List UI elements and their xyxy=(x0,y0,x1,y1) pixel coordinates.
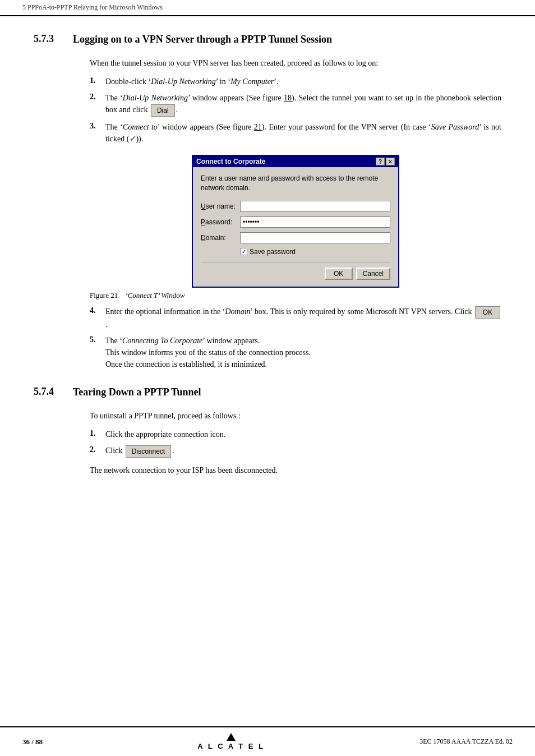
step-574-1-num: 1. xyxy=(90,428,105,438)
section-574-body: To uninstall a PPTP tunnel, proceed as f… xyxy=(90,410,501,476)
section-574-heading: 5.7.4 Tearing Down a PPTP Tunnel xyxy=(34,386,501,399)
step-574-2-content: Click Disconnect. xyxy=(105,445,501,458)
dialog-description: Enter a user name and password with acce… xyxy=(201,174,390,193)
dialog-cancel-button[interactable]: Cancel xyxy=(356,268,390,280)
alcatel-logo-text: A L C A T E L xyxy=(197,742,265,750)
step-3-content: The ‘Connect to’ window appears (See fig… xyxy=(105,121,501,145)
domain-row: Domain: xyxy=(201,232,390,243)
username-input[interactable] xyxy=(240,201,390,212)
dial-button[interactable]: Dial xyxy=(151,104,175,117)
password-label: Password: xyxy=(201,218,240,226)
list-item-2: 2. The ‘Dial-Up Networking’ window appea… xyxy=(90,92,501,117)
dialog-title: Connect to Corporate xyxy=(196,158,265,165)
steps-1-3: 1. Double-click ‘Dial-Up Networking’ in … xyxy=(90,76,501,145)
save-password-checkbox[interactable]: ✓ xyxy=(240,248,247,255)
footer: 36 / 88 A L C A T E L 3EC 17058 AAAA TCZ… xyxy=(0,726,535,756)
page: 5 PPPoA-to-PPTP Relaying for Microsoft W… xyxy=(0,0,535,756)
list-item-3: 3. The ‘Connect to’ window appears (See … xyxy=(90,121,501,145)
list-item-4: 4. Enter the optional information in the… xyxy=(90,306,501,330)
step-3-num: 3. xyxy=(90,121,105,131)
section-573-body: When the tunnel session to your VPN serv… xyxy=(90,57,501,370)
step-1-num: 1. xyxy=(90,76,105,85)
section-574-title: Tearing Down a PPTP Tunnel xyxy=(73,386,201,399)
section-574-steps: 1. Click the appropriate connection icon… xyxy=(90,428,501,458)
steps-4-5: 4. Enter the optional information in the… xyxy=(90,306,501,370)
dialog-title-icons: ? × xyxy=(376,158,395,165)
section-573-intro: When the tunnel session to your VPN serv… xyxy=(90,57,501,69)
domain-input[interactable] xyxy=(240,232,390,243)
step-2-num: 2. xyxy=(90,92,105,102)
section-573-heading: 5.7.3 Logging on to a VPN Server through… xyxy=(34,33,501,46)
footer-page-info: 36 / 88 xyxy=(22,737,43,746)
section-574-closing: The network connection to your ISP has b… xyxy=(90,464,501,476)
dialog-help-icon[interactable]: ? xyxy=(376,158,385,165)
section-574-step-2: 2. Click Disconnect. xyxy=(90,445,501,458)
step-5-content: The ‘Connecting To Corporate’ window app… xyxy=(105,335,501,370)
step-4-content: Enter the optional information in the ‘D… xyxy=(105,306,501,330)
section-573-title: Logging on to a VPN Server through a PPT… xyxy=(73,33,332,46)
save-password-label: Save password xyxy=(250,248,296,256)
step-4-num: 4. xyxy=(90,306,105,315)
disconnect-button[interactable]: Disconnect xyxy=(126,445,171,458)
top-bar-text: 5 PPPoA-to-PPTP Relaying for Microsoft W… xyxy=(22,3,163,11)
list-item-5: 5. The ‘Connecting To Corporate’ window … xyxy=(90,335,501,370)
section-574-number: 5.7.4 xyxy=(34,386,73,398)
connect-dialog: Connect to Corporate ? × Enter a user na… xyxy=(192,155,399,288)
section-574: 5.7.4 Tearing Down a PPTP Tunnel To unin… xyxy=(34,386,501,476)
figure-title: ‘Connect T’ Window xyxy=(125,291,185,299)
step-2-content: The ‘Dial-Up Networking’ window appears … xyxy=(105,92,501,117)
step-574-1-content: Click the appropriate connection icon. xyxy=(105,428,501,440)
dialog-buttons: OK Cancel xyxy=(201,262,390,280)
dialog-wrapper: Connect to Corporate ? × Enter a user na… xyxy=(90,155,501,300)
dialog-body: Enter a user name and password with acce… xyxy=(193,167,398,287)
figure-number: Figure 21 xyxy=(90,291,118,299)
dialog-ok-button[interactable]: OK xyxy=(325,268,353,280)
password-input[interactable] xyxy=(240,216,390,228)
password-row: Password: xyxy=(201,216,390,228)
step-5-num: 5. xyxy=(90,335,105,344)
main-content: 5.7.3 Logging on to a VPN Server through… xyxy=(0,16,535,726)
step-1-content: Double-click ‘Dial-Up Networking’ in ‘My… xyxy=(105,76,501,87)
username-row: User name: xyxy=(201,201,390,212)
section-574-intro: To uninstall a PPTP tunnel, proceed as f… xyxy=(90,410,501,422)
dialog-title-bar: Connect to Corporate ? × xyxy=(193,156,398,167)
ok-button-step4[interactable]: OK xyxy=(475,306,500,319)
step-574-2-num: 2. xyxy=(90,445,105,454)
figure-caption: Figure 21 ‘Connect T’ Window xyxy=(90,291,185,300)
section-573-number: 5.7.3 xyxy=(34,33,73,45)
domain-label: Domain: xyxy=(201,234,240,242)
top-bar: 5 PPPoA-to-PPTP Relaying for Microsoft W… xyxy=(0,0,535,16)
footer-logo: A L C A T E L xyxy=(197,733,265,750)
dialog-close-icon[interactable]: × xyxy=(386,158,395,165)
list-item-1: 1. Double-click ‘Dial-Up Networking’ in … xyxy=(90,76,501,87)
alcatel-triangle-icon xyxy=(227,733,236,741)
footer-doc-ref: 3EC 17058 AAAA TCZZA Ed. 02 xyxy=(419,737,513,746)
section-574-step-1: 1. Click the appropriate connection icon… xyxy=(90,428,501,440)
username-label: User name: xyxy=(201,202,240,210)
save-password-row: ✓ Save password xyxy=(240,248,390,256)
